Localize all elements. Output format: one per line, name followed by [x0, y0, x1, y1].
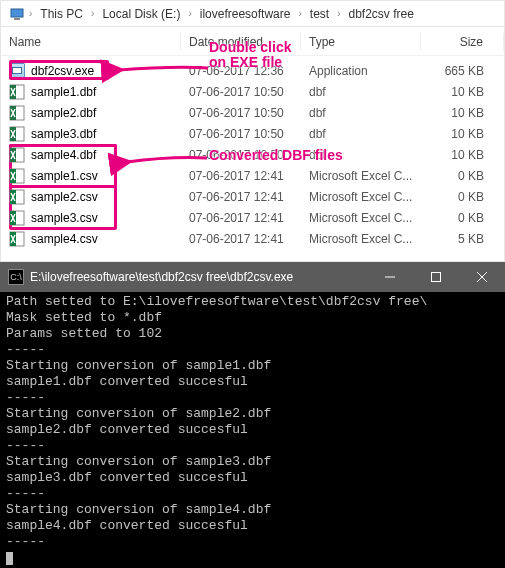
file-date: 07-06-2017 10:50	[181, 127, 301, 141]
console-titlebar[interactable]: C:\ E:\ilovefreesoftware\test\dbf2csv fr…	[0, 262, 505, 292]
file-size: 665 KB	[421, 64, 504, 78]
chevron-right-icon: ›	[186, 8, 193, 19]
console-title: E:\ilovefreesoftware\test\dbf2csv free\d…	[30, 270, 367, 284]
chevron-right-icon: ›	[27, 8, 34, 19]
file-date: 07-06-2017 12:41	[181, 211, 301, 225]
annotation-converted: Converted DBF files	[209, 148, 343, 163]
svg-rect-0	[11, 9, 23, 17]
file-type: Microsoft Excel C...	[301, 190, 421, 204]
file-name[interactable]: sample4.csv	[1, 231, 181, 247]
file-size: 0 KB	[421, 190, 504, 204]
file-date: 07-06-2017 12:41	[181, 232, 301, 246]
file-name[interactable]: sample3.csv	[1, 210, 181, 226]
annotation-double-click: Double clickon EXE file	[209, 40, 291, 70]
table-row[interactable]: sample1.csv07-06-2017 12:41Microsoft Exc…	[1, 165, 504, 186]
file-date: 07-06-2017 12:41	[181, 190, 301, 204]
svg-rect-1	[14, 18, 20, 20]
breadcrumb[interactable]: › This PC › Local Disk (E:) › ilovefrees…	[1, 1, 504, 27]
file-date: 07-06-2017 10:50	[181, 106, 301, 120]
crumb-drive[interactable]: Local Disk (E:)	[98, 5, 184, 23]
file-explorer-window: › This PC › Local Disk (E:) › ilovefrees…	[0, 0, 505, 262]
file-size: 10 KB	[421, 106, 504, 120]
file-size: 10 KB	[421, 127, 504, 141]
console-window: C:\ E:\ilovefreesoftware\test\dbf2csv fr…	[0, 262, 505, 568]
chevron-right-icon: ›	[89, 8, 96, 19]
table-row[interactable]: sample2.dbf07-06-2017 10:50dbf10 KB	[1, 102, 504, 123]
crumb-folder-2[interactable]: test	[306, 5, 333, 23]
file-type: dbf	[301, 106, 421, 120]
column-size[interactable]: Size	[421, 33, 504, 51]
file-type: Microsoft Excel C...	[301, 211, 421, 225]
crumb-this-pc[interactable]: This PC	[36, 5, 87, 23]
chevron-right-icon: ›	[296, 8, 303, 19]
file-size: 10 KB	[421, 85, 504, 99]
column-type[interactable]: Type	[301, 33, 421, 51]
table-row[interactable]: sample3.dbf07-06-2017 10:50dbf10 KB	[1, 123, 504, 144]
file-type: Application	[301, 64, 421, 78]
table-row[interactable]: sample3.csv07-06-2017 12:41Microsoft Exc…	[1, 207, 504, 228]
table-row[interactable]: sample2.csv07-06-2017 12:41Microsoft Exc…	[1, 186, 504, 207]
file-name[interactable]: sample3.dbf	[1, 126, 181, 142]
arrow-icon	[121, 152, 211, 175]
minimize-button[interactable]	[367, 262, 413, 292]
file-type: Microsoft Excel C...	[301, 232, 421, 246]
column-name[interactable]: Name	[1, 33, 181, 51]
crumb-folder-1[interactable]: ilovefreesoftware	[196, 5, 295, 23]
file-size: 5 KB	[421, 232, 504, 246]
file-size: 10 KB	[421, 148, 504, 162]
file-type: Microsoft Excel C...	[301, 169, 421, 183]
file-type: dbf	[301, 127, 421, 141]
file-size: 0 KB	[421, 169, 504, 183]
arrow-icon	[113, 64, 213, 87]
table-row[interactable]: sample1.dbf07-06-2017 10:50dbf10 KB	[1, 81, 504, 102]
file-size: 0 KB	[421, 211, 504, 225]
svg-rect-19	[432, 273, 441, 282]
crumb-folder-3[interactable]: dbf2csv free	[345, 5, 418, 23]
file-name[interactable]: sample2.dbf	[1, 105, 181, 121]
console-output[interactable]: Path setted to E:\ilovefreesoftware\test…	[0, 292, 505, 568]
close-button[interactable]	[459, 262, 505, 292]
maximize-button[interactable]	[413, 262, 459, 292]
table-row[interactable]: sample4.csv07-06-2017 12:41Microsoft Exc…	[1, 228, 504, 249]
file-type: dbf	[301, 85, 421, 99]
file-name[interactable]: sample2.csv	[1, 189, 181, 205]
file-list: Double clickon EXE file Converted DBF fi…	[1, 56, 504, 261]
pc-icon	[9, 6, 25, 22]
cmd-icon: C:\	[8, 269, 24, 285]
chevron-right-icon: ›	[335, 8, 342, 19]
